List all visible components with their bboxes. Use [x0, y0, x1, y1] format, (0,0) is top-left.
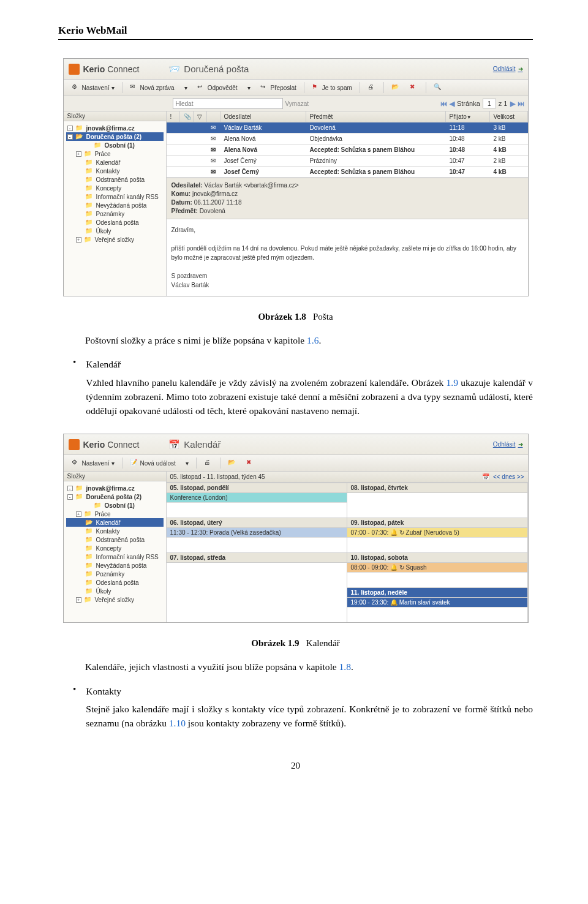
link-1-9[interactable]: 1.9	[447, 377, 458, 388]
sidebar-item[interactable]: +📁Práce	[66, 149, 164, 158]
day-body[interactable]	[347, 493, 527, 518]
search-toolbar-button[interactable]: 🔍	[429, 81, 447, 94]
calendar-event[interactable]: 19:00 - 23:30: 🔔 Martin slaví svátek	[347, 598, 527, 608]
day-header[interactable]: 11. listopad, neděle	[347, 587, 527, 598]
expand-icon[interactable]: -	[67, 486, 73, 491]
reply-dropdown[interactable]: ▾	[243, 83, 255, 93]
sidebar-item[interactable]: 📁Odeslaná pošta	[66, 578, 164, 587]
sidebar-item[interactable]: 📁Koncepty	[66, 544, 164, 552]
sidebar-item[interactable]: 📁Kontakty	[66, 167, 164, 175]
col-size[interactable]: Velikost	[490, 111, 528, 122]
col-date[interactable]: Přijato▼	[446, 111, 490, 122]
sidebar-item[interactable]: 📁Kontakty	[66, 527, 164, 535]
forward-button[interactable]: ↪Přeposlat	[256, 81, 301, 94]
sidebar-item[interactable]: 📁Odstraněná pošta	[66, 175, 164, 184]
new-event-button[interactable]: 📝Nová událost	[126, 457, 180, 469]
sidebar-item[interactable]: -📂Doručená pošta (2)	[66, 132, 164, 141]
new-message-dropdown[interactable]: ▾	[180, 83, 192, 93]
date-picker-icon[interactable]: 📅	[482, 473, 489, 480]
message-row[interactable]: ✉Václav BartákDovolená11:183 kB	[167, 122, 528, 134]
logout-link[interactable]: Odhlásit ➜	[493, 66, 523, 72]
sidebar-item[interactable]: 📁Nevyžádaná pošta	[66, 561, 164, 570]
sidebar-item[interactable]: -📁jnovak@firma.cz	[66, 484, 164, 492]
col-subject[interactable]: Předmět	[306, 111, 446, 122]
day-body[interactable]: 11:30 - 12:30: Porada (Velká zasedačka)	[167, 528, 347, 552]
calendar-event[interactable]: 07:00 - 07:30: 🔔 ↻ Zubař (Nerudova 5)	[347, 528, 527, 538]
prev-page-button[interactable]: ◀	[450, 100, 454, 108]
settings-button[interactable]: ⚙Nastavení ▾	[67, 457, 119, 469]
col-icon[interactable]	[207, 111, 221, 122]
new-message-button[interactable]: ✉Nová zpráva	[126, 81, 179, 94]
last-page-button[interactable]: ⏭	[518, 100, 524, 107]
delete-button[interactable]: ✖	[405, 81, 423, 94]
message-row[interactable]: ✉Josef ČernýPrázdniny10:472 kB	[167, 156, 528, 167]
link-1-10[interactable]: 1.10	[169, 718, 186, 728]
calendar-event[interactable]: Konference (London)	[167, 493, 347, 503]
day-header[interactable]: 06. listopad, úterý	[167, 518, 347, 528]
calendar-event[interactable]: 08:00 - 09:00: 🔔 ↻ Squash	[347, 563, 527, 573]
sidebar-item[interactable]: 📁Poznámky	[66, 570, 164, 578]
day-body[interactable]: Konference (London)	[167, 493, 347, 518]
link-1-8[interactable]: 1.8	[339, 661, 351, 672]
expand-icon[interactable]: -	[67, 126, 73, 131]
day-header[interactable]: 05. listopad, pondělí	[167, 483, 347, 493]
col-status[interactable]: ▽	[194, 111, 207, 122]
delete-button[interactable]: ✖	[242, 457, 259, 469]
clear-search-button[interactable]: Vymazat	[285, 100, 309, 107]
link-1-6[interactable]: 1.6	[307, 335, 318, 345]
day-header[interactable]: 09. listopad, pátek	[347, 518, 527, 528]
message-row[interactable]: ✉Alena NováAccepted: Schůzka s panem Blá…	[167, 145, 528, 156]
col-attachment[interactable]: 📎	[180, 111, 194, 122]
sidebar-item[interactable]: 📁Koncepty	[66, 184, 164, 192]
print-button[interactable]: 🖨	[363, 81, 380, 94]
message-row[interactable]: ✉Josef ČernýAccepted: Schůzka s panem Bl…	[167, 167, 528, 178]
sidebar-item[interactable]: 📁Úkoly	[66, 587, 164, 595]
reply-button[interactable]: ↩Odpovědět	[193, 81, 242, 94]
logout-link[interactable]: Odhlásit ➜	[493, 441, 523, 448]
expand-icon[interactable]: +	[76, 597, 81, 603]
expand-icon[interactable]: -	[67, 134, 73, 140]
new-event-dropdown[interactable]: ▾	[181, 458, 193, 469]
sidebar-item[interactable]: 📁Úkoly	[66, 227, 164, 235]
sidebar-item[interactable]: 📂Kalendář	[66, 518, 164, 527]
print-button[interactable]: 🖨	[200, 457, 217, 469]
search-input[interactable]	[173, 98, 283, 109]
sidebar-item[interactable]: 📁Informační kanály RSS	[66, 192, 164, 201]
day-body[interactable]: 08:00 - 09:00: 🔔 ↻ Squash	[347, 563, 527, 587]
calendar-event[interactable]: 11:30 - 12:30: Porada (Velká zasedačka)	[167, 528, 347, 538]
day-body[interactable]	[167, 563, 347, 587]
sidebar-item[interactable]: 📁Odeslaná pošta	[66, 218, 164, 227]
first-page-button[interactable]: ⏮	[440, 100, 447, 107]
next-page-button[interactable]: ▶	[510, 100, 515, 108]
expand-icon[interactable]: +	[76, 237, 81, 243]
spam-button[interactable]: ⚑Je to spam	[307, 81, 356, 94]
page-input[interactable]	[483, 99, 496, 108]
sidebar-item[interactable]: -📁Doručená pošta (2)	[66, 492, 164, 501]
day-header[interactable]: 08. listopad, čtvrtek	[347, 483, 527, 493]
day-body[interactable]: 07:00 - 07:30: 🔔 ↻ Zubař (Nerudova 5)	[347, 528, 527, 552]
col-flag[interactable]: !	[167, 111, 180, 122]
sidebar-item[interactable]: -📁jnovak@firma.cz	[66, 124, 164, 132]
sidebar-item[interactable]: +📁Veřejné složky	[66, 235, 164, 244]
move-button[interactable]: 📂	[224, 457, 241, 469]
today-link[interactable]: << dnes >>	[493, 473, 524, 480]
day-header[interactable]: 10. listopad, sobota	[347, 552, 527, 563]
sidebar-item[interactable]: +📁Práce	[66, 510, 164, 518]
sidebar-item[interactable]: 📁Nevyžádaná pošta	[66, 201, 164, 209]
settings-button[interactable]: ⚙Nastavení ▾	[67, 81, 119, 94]
day-header[interactable]: 07. listopad, středa	[167, 552, 347, 563]
sidebar-item[interactable]: 📁Odstraněná pošta	[66, 535, 164, 544]
col-from[interactable]: Odesílatel	[221, 111, 306, 122]
message-row[interactable]: ✉Alena NováObjednávka10:482 kB	[167, 134, 528, 145]
sidebar-item[interactable]: 📁Poznámky	[66, 209, 164, 218]
sidebar-item[interactable]: 📁Kalendář	[66, 158, 164, 167]
sidebar-item[interactable]: 📁Informační kanály RSS	[66, 552, 164, 561]
expand-icon[interactable]: +	[76, 511, 81, 517]
sidebar-item[interactable]: 📁Osobní (1)	[66, 501, 164, 510]
expand-icon[interactable]: +	[76, 151, 81, 157]
move-button[interactable]: 📂	[387, 81, 404, 94]
expand-icon[interactable]: -	[67, 494, 73, 500]
sidebar-item[interactable]: +📁Veřejné složky	[66, 595, 164, 604]
day-body[interactable]: 19:00 - 23:30: 🔔 Martin slaví svátek	[347, 598, 527, 622]
sidebar-item[interactable]: 📁Osobní (1)	[66, 141, 164, 149]
